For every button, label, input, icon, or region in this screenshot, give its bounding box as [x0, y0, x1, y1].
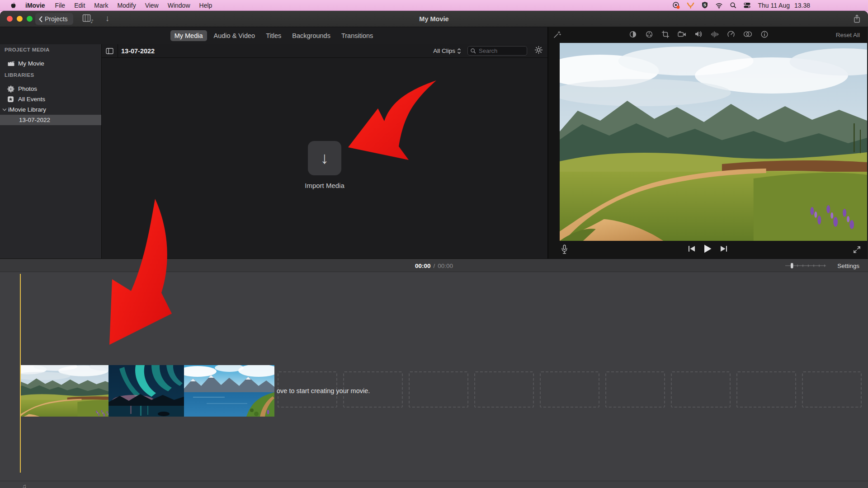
- speed-icon[interactable]: [727, 30, 735, 40]
- fullscreen-icon[interactable]: [853, 245, 861, 256]
- adjust-toolbar: Reset All: [548, 27, 867, 43]
- info-icon[interactable]: [760, 30, 769, 40]
- browser-pane: My Media Audio & Video Titles Background…: [0, 27, 548, 258]
- crop-icon[interactable]: [661, 30, 670, 40]
- music-note-icon: ♫: [22, 483, 27, 488]
- menu-mark[interactable]: Mark: [90, 2, 113, 9]
- search-input[interactable]: [467, 46, 527, 56]
- timeline-clip-aurora[interactable]: [108, 365, 184, 417]
- menu-edit[interactable]: Edit: [70, 2, 90, 9]
- share-icon[interactable]: [853, 14, 861, 25]
- svg-text:S: S: [703, 3, 706, 7]
- sidebar-label: 13-07-2022: [19, 117, 50, 123]
- apple-icon: [10, 2, 17, 9]
- menu-help[interactable]: Help: [195, 2, 217, 9]
- spotlight-icon[interactable]: [730, 2, 736, 9]
- all-clips-filter[interactable]: All Clips: [433, 47, 461, 54]
- sidebar-label: iMovie Library: [8, 106, 46, 113]
- timeline-clip-lake[interactable]: [184, 365, 274, 417]
- import-media-button[interactable]: ↓: [308, 141, 341, 175]
- stabilization-icon[interactable]: [678, 31, 686, 40]
- color-balance-icon[interactable]: [629, 30, 637, 40]
- timeline-clip-mountain-path[interactable]: [20, 365, 108, 417]
- media-browser-header: 13-07-2022 All Clips: [102, 44, 547, 58]
- zoom-slider-thumb[interactable]: [791, 263, 793, 268]
- sidebar-item-my-movie[interactable]: My Movie: [0, 58, 101, 69]
- color-correction-icon[interactable]: [645, 30, 653, 40]
- sidebar-item-photos[interactable]: Photos: [0, 84, 101, 94]
- photos-flower-icon: [7, 85, 14, 93]
- current-time: 00:00: [415, 263, 431, 269]
- status-record-icon[interactable]: [672, 1, 680, 9]
- media-tabs: My Media Audio & Video Titles Background…: [0, 27, 547, 44]
- filter-label: All Clips: [433, 47, 455, 54]
- sidebar-item-all-events[interactable]: All Events: [0, 94, 101, 104]
- wifi-icon[interactable]: [715, 2, 723, 9]
- sidebar-label: Photos: [18, 85, 37, 92]
- preview-viewer: [560, 43, 867, 241]
- project-media-header: PROJECT MEDIA: [5, 47, 50, 52]
- music-track-row: ♫: [0, 481, 868, 488]
- total-time: 00:00: [438, 263, 453, 269]
- star-square-icon: [7, 96, 14, 103]
- clip-settings-icon[interactable]: [534, 46, 543, 56]
- skip-forward-icon[interactable]: [720, 245, 728, 254]
- title-bar: Projects ♪ ↓ My Movie: [0, 11, 868, 27]
- tab-transitions[interactable]: Transitions: [337, 30, 377, 41]
- panel-toggle-icon[interactable]: [102, 44, 118, 57]
- timeline-settings-button[interactable]: Settings: [837, 259, 859, 272]
- clapperboard-icon: [7, 60, 15, 67]
- preview-landscape-image: [560, 43, 867, 241]
- menu-view[interactable]: View: [141, 2, 163, 9]
- sidebar-item-event-13-07-2022[interactable]: 13-07-2022: [0, 115, 101, 125]
- menu-modify[interactable]: Modify: [113, 2, 140, 9]
- orange-chevron-icon[interactable]: [687, 2, 694, 9]
- tab-audio-video[interactable]: Audio & Video: [210, 30, 259, 41]
- search-icon: [470, 48, 476, 54]
- magic-wand-icon[interactable]: [553, 31, 561, 41]
- window-title: My Movie: [0, 11, 868, 27]
- tab-my-media[interactable]: My Media: [170, 30, 207, 41]
- menu-window[interactable]: Window: [163, 2, 195, 9]
- shield-s-icon[interactable]: S: [701, 1, 708, 9]
- timeline-placeholder-slot: [605, 371, 665, 408]
- tab-titles[interactable]: Titles: [262, 30, 285, 41]
- transport-bar: [548, 241, 867, 258]
- sidebar-label: My Movie: [18, 60, 44, 67]
- noise-reduction-icon[interactable]: [711, 31, 719, 40]
- timeline-placeholder-slot: [802, 371, 862, 408]
- timeline-hint-text: ove to start creating your movie.: [277, 387, 370, 394]
- time-separator: /: [433, 263, 435, 269]
- sidebar-item-imovie-library[interactable]: iMovie Library: [0, 104, 101, 115]
- play-icon[interactable]: [704, 244, 712, 255]
- menu-file[interactable]: File: [51, 2, 70, 9]
- timeline-placeholder-slot: [409, 371, 468, 408]
- control-center-icon[interactable]: [743, 2, 751, 9]
- volume-icon[interactable]: [694, 30, 703, 40]
- skip-back-icon[interactable]: [688, 245, 696, 254]
- timeline-placeholder-slot: [736, 371, 796, 408]
- timeline-zoom-slider[interactable]: [785, 263, 826, 271]
- annotation-arrow-timeline: [105, 197, 177, 348]
- download-arrow-icon: ↓: [321, 150, 329, 166]
- timeline-placeholder-slot: [540, 371, 599, 408]
- tab-backgrounds[interactable]: Backgrounds: [288, 30, 335, 41]
- annotation-arrow-import: [344, 76, 441, 166]
- libraries-sidebar: PROJECT MEDIA: [0, 44, 102, 258]
- import-media-label: Import Media: [102, 182, 547, 189]
- search-field: [467, 46, 527, 56]
- menu-imovie[interactable]: iMovie: [20, 2, 51, 9]
- sidebar-label: All Events: [18, 96, 45, 103]
- disclosure-chevron-icon[interactable]: [2, 108, 7, 111]
- stepper-icon: [457, 48, 461, 54]
- libraries-header: LIBRARIES: [5, 72, 34, 78]
- timeline-placeholder-slot: [474, 371, 534, 408]
- menubar-clock[interactable]: 13.38: [794, 2, 810, 9]
- menubar-date[interactable]: Thu 11 Aug: [758, 2, 790, 9]
- playhead[interactable]: [20, 274, 21, 473]
- menu-bar: iMovie File Edit Mark Modify View Window…: [0, 0, 868, 11]
- effects-icon[interactable]: [743, 30, 752, 40]
- apple-menu[interactable]: [6, 2, 20, 9]
- reset-all-button[interactable]: Reset All: [836, 27, 860, 43]
- preview-pane: Reset All: [548, 27, 867, 258]
